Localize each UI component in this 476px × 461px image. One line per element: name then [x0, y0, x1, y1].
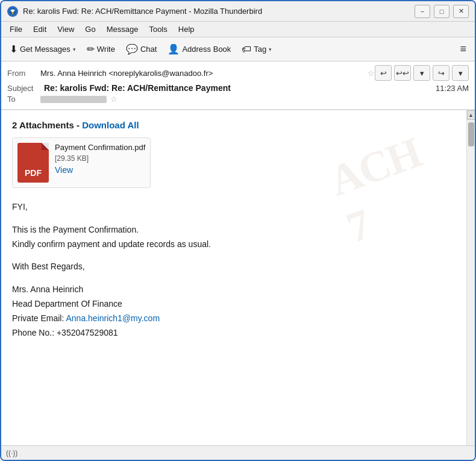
get-messages-icon: ⬇ — [10, 43, 17, 55]
get-messages-dropdown-icon: ▾ — [73, 46, 76, 52]
get-messages-button[interactable]: ⬇ Get Messages ▾ — [5, 41, 81, 57]
attachment-size: [29.35 KB] — [55, 154, 145, 163]
menu-help[interactable]: Help — [174, 24, 199, 35]
svg-point-1 — [12, 12, 14, 14]
subject-value: Re: karolis Fwd: Re: ACH/Remittance Paym… — [44, 83, 231, 93]
write-label: Write — [97, 45, 115, 54]
attachment-separator: - — [77, 120, 82, 130]
sig-phone: Phone No.: +352047529081 — [12, 328, 118, 337]
download-all-link[interactable]: Download All — [82, 120, 139, 130]
hamburger-menu-icon[interactable]: ≡ — [455, 40, 471, 58]
menu-file[interactable]: File — [5, 24, 27, 35]
status-bar: ((·)) — [1, 445, 475, 460]
sig-title: Head Department Of Finance — [12, 299, 122, 309]
sig-email-prefix: Private Email: — [12, 313, 66, 323]
header-action-buttons: ↩ ↩↩ ▾ ↪ ▾ — [375, 65, 469, 81]
attachment-details: Payment Confirmation.pdf [29.35 KB] View — [55, 143, 145, 175]
tag-button[interactable]: 🏷 Tag ▾ — [237, 42, 277, 57]
toolbar: ⬇ Get Messages ▾ ✏ Write 💬 Chat 👤 Addres… — [1, 37, 475, 61]
pdf-label-text: PDF — [25, 168, 42, 178]
to-row: To ☆ — [7, 93, 469, 105]
menu-bar: File Edit View Go Message Tools Help — [1, 22, 475, 37]
address-book-icon: 👤 — [168, 43, 180, 55]
address-book-label: Address Book — [182, 45, 231, 54]
sig-email-link[interactable]: Anna.heinrich1@my.com — [66, 313, 160, 323]
to-star-icon[interactable]: ☆ — [110, 95, 117, 104]
email-body-text: FYI, This is the Payment Confirmation. K… — [12, 200, 456, 340]
body-para1: This is the Payment Confirmation. Kindly… — [12, 223, 456, 252]
email-time: 11:23 AM — [436, 84, 469, 93]
body-regards: With Best Regards, — [12, 260, 456, 274]
menu-message[interactable]: Message — [102, 24, 143, 35]
attachment-item: PDF Payment Confirmation.pdf [29.35 KB] … — [12, 137, 151, 188]
more-replies-button[interactable]: ▾ — [413, 65, 430, 81]
content-area: ACH 7 2 Attachments - Download All PDF P… — [1, 110, 475, 445]
write-button[interactable]: ✏ Write — [82, 41, 120, 57]
body-line2: This is the Payment Confirmation. — [12, 225, 139, 234]
menu-edit[interactable]: Edit — [28, 24, 51, 35]
attachments-section: 2 Attachments - Download All PDF Payment… — [12, 120, 456, 200]
tag-dropdown-icon: ▾ — [269, 46, 272, 52]
scroll-thumb[interactable] — [468, 122, 474, 146]
write-icon: ✏ — [87, 43, 95, 55]
pdf-file-icon: PDF — [17, 143, 49, 183]
chat-icon: 💬 — [126, 43, 138, 55]
body-line1: FYI, — [12, 200, 456, 215]
subject-row: Subject Re: karolis Fwd: Re: ACH/Remitta… — [7, 83, 469, 93]
attachment-filename: Payment Confirmation.pdf — [55, 143, 145, 152]
address-book-button[interactable]: 👤 Address Book — [163, 41, 236, 57]
close-button[interactable]: ✕ — [453, 5, 469, 18]
from-star-icon[interactable]: ☆ — [368, 69, 375, 78]
reply-button[interactable]: ↩ — [375, 65, 392, 81]
reply-all-button[interactable]: ↩↩ — [394, 65, 411, 81]
to-label: To — [7, 95, 40, 104]
app-icon — [7, 6, 18, 17]
menu-tools[interactable]: Tools — [144, 24, 172, 35]
email-body: ACH 7 2 Attachments - Download All PDF P… — [1, 110, 466, 445]
get-messages-label: Get Messages — [20, 45, 70, 54]
body-signature: Mrs. Anna Heinrich Head Department Of Fi… — [12, 283, 456, 340]
title-bar: Re: karolis Fwd: Re: ACH/Remittance Paym… — [1, 1, 475, 22]
view-attachment-link[interactable]: View — [55, 165, 145, 175]
chat-button[interactable]: 💬 Chat — [121, 41, 161, 57]
tag-label: Tag — [254, 45, 266, 54]
maximize-button[interactable]: □ — [434, 5, 449, 18]
body-line3: Kindly confirm payment and update record… — [12, 239, 211, 249]
to-value-blurred — [40, 96, 107, 103]
scrollbar[interactable]: ▲ — [466, 110, 475, 445]
forward-button[interactable]: ↪ — [433, 65, 449, 81]
main-window: Re: karolis Fwd: Re: ACH/Remittance Paym… — [0, 0, 476, 461]
menu-go[interactable]: Go — [80, 24, 100, 35]
window-title: Re: karolis Fwd: Re: ACH/Remittance Paym… — [23, 7, 410, 16]
minimize-button[interactable]: − — [415, 5, 430, 18]
email-headers: From Mrs. Anna Heinrich <noreplykarolis@… — [1, 61, 475, 110]
window-controls: − □ ✕ — [415, 5, 469, 18]
subject-label: Subject — [7, 84, 40, 93]
scroll-up-arrow[interactable]: ▲ — [467, 110, 475, 120]
tag-icon: 🏷 — [242, 44, 251, 55]
attachment-header: 2 Attachments - Download All — [12, 120, 456, 130]
connection-status-icon: ((·)) — [6, 449, 17, 457]
chat-label: Chat — [140, 45, 157, 54]
from-value: Mrs. Anna Heinrich <noreplykarolis@wanad… — [40, 69, 364, 78]
menu-view[interactable]: View — [52, 24, 79, 35]
from-label: From — [7, 69, 40, 78]
more-forward-button[interactable]: ▾ — [452, 65, 469, 81]
sig-name: Mrs. Anna Heinrich — [12, 284, 83, 294]
attachment-count: 2 Attachments — [12, 120, 74, 130]
